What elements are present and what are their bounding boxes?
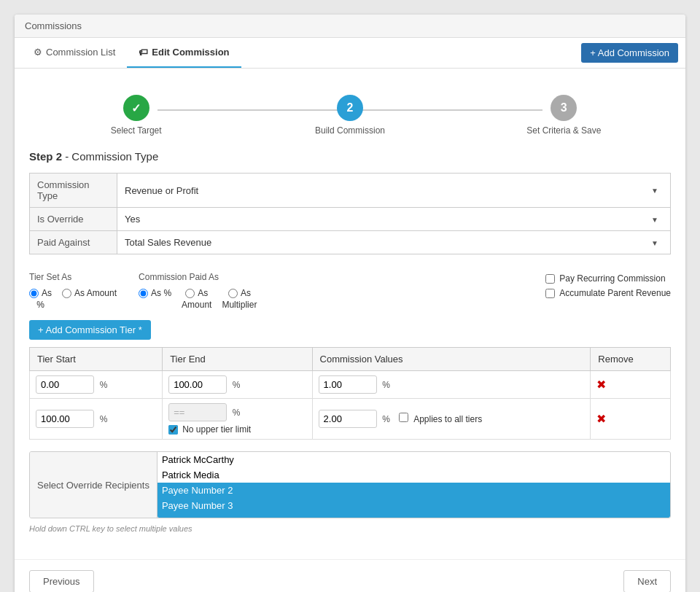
checkbox-pay-recurring: Pay Recurring Commission (545, 273, 671, 284)
no-upper-row: No upper tier limit (168, 424, 306, 435)
add-commission-button[interactable]: + Add Commission (581, 43, 678, 63)
tier-end-input-1[interactable] (168, 375, 227, 394)
option-payee-2: Payee Number 2 (158, 483, 670, 498)
gear-icon: ⚙ (34, 47, 42, 58)
step-3-display: 3 (561, 101, 567, 114)
tier-set-label: Tier Set As (29, 272, 117, 282)
accumulate-parent-checkbox[interactable] (545, 289, 555, 298)
tier-end-header: Tier End (163, 348, 312, 371)
bottom-nav: Previous Next (15, 559, 685, 592)
override-inner: Select Override Recipients Patrick McCar… (30, 452, 670, 518)
tier-start-header: Tier Start (30, 348, 163, 371)
commission-type-select[interactable]: Revenue or Profit (125, 185, 663, 196)
commission-paid-pct-row: As % (139, 288, 171, 298)
commission-values-header: Commission Values (312, 348, 591, 371)
tier-start-input-2[interactable] (36, 410, 94, 428)
paid-against-select-container: Total Sales Revenue (125, 237, 663, 248)
tier-end-unit-1: % (233, 380, 241, 390)
previous-button[interactable]: Previous (29, 570, 94, 592)
step-1-circle: ✓ (123, 95, 149, 121)
step-3: 3 Set Criteria & Save (457, 95, 671, 136)
is-override-select-wrapper: Yes No (125, 214, 663, 225)
tab-edit-commission-label: Edit Commission (152, 47, 229, 58)
commission-value-input-1[interactable] (319, 375, 377, 394)
form-table: Commission Type Revenue or Profit Is Ove… (29, 173, 671, 254)
step-2-label: Build Commission (315, 125, 385, 136)
tier-start-unit-2: % (100, 414, 108, 424)
step-1-display: ✓ (131, 101, 141, 115)
commission-value-input-2[interactable] (319, 410, 377, 428)
tier-table-body: % % % ✖ (30, 371, 671, 440)
commission-paid-amount-unit: Amount (182, 300, 211, 310)
commission-paid-multiplier-unit: Multiplier (222, 300, 257, 310)
tier-start-input-1[interactable] (36, 375, 94, 394)
pay-recurring-checkbox[interactable] (545, 274, 555, 284)
paid-against-select-wrapper: Total Sales Revenue (125, 237, 663, 248)
commission-paid-multiplier-label: As (241, 288, 251, 298)
step-3-circle: 3 (551, 95, 577, 121)
step-2-circle: 2 (337, 95, 363, 121)
section-title: Step 2 - Commission Type (29, 150, 671, 163)
tabs-bar: ⚙ Commission List 🏷 Edit Commission + Ad… (15, 38, 685, 69)
form-label-is-override: Is Override (30, 208, 117, 231)
options-row: Tier Set As As % As Amount (29, 265, 671, 320)
commission-type-select-container: Revenue or Profit (125, 185, 663, 196)
next-button[interactable]: Next (623, 570, 671, 592)
form-row-is-override: Is Override Yes No (30, 208, 671, 231)
section-title-prefix: Step 2 (29, 150, 62, 163)
remove-button-1[interactable]: ✖ (596, 378, 606, 391)
add-tier-button[interactable]: + Add Commission Tier * (29, 320, 151, 340)
step-1-label: Select Target (111, 125, 162, 136)
section-title-suffix: Commission Type (71, 150, 158, 163)
commission-value-unit-2: % (382, 414, 390, 424)
tier-set-radio-group: As % As Amount (29, 288, 117, 310)
tier-set-pct-row: As (29, 288, 52, 298)
commission-paid-pct-radio[interactable] (139, 289, 148, 298)
checkbox-accumulate-parent: Accumulate Parent Revenue (545, 288, 671, 298)
tier-set-amount-radio[interactable] (62, 289, 71, 298)
form-row-commission-type: Commission Type Revenue or Profit (30, 174, 671, 208)
step-1: ✓ Select Target (29, 95, 243, 136)
commission-paid-multiplier-radio[interactable] (228, 289, 238, 298)
tier-set-group: Tier Set As As % As Amount (29, 272, 117, 310)
tab-commission-list-label: Commission List (46, 47, 115, 58)
form-label-commission-type: Commission Type (30, 174, 117, 208)
override-select-cell: Patrick McCarthy Patrick Media Payee Num… (158, 452, 670, 518)
remove-button-2[interactable]: ✖ (596, 413, 606, 425)
accumulate-parent-label: Accumulate Parent Revenue (559, 288, 671, 298)
step-3-label: Set Criteria & Save (526, 125, 601, 136)
override-label: Select Override Recipients (30, 452, 158, 518)
commission-value-unit-1: % (382, 380, 390, 390)
table-row: % % No upper tier limit % (30, 399, 671, 440)
paid-against-select[interactable]: Total Sales Revenue (125, 237, 663, 248)
tier-start-cell-1: % (30, 371, 163, 399)
no-upper-checkbox[interactable] (168, 425, 178, 435)
no-upper-label: No upper tier limit (182, 424, 251, 435)
is-override-select[interactable]: Yes No (125, 214, 663, 225)
remove-cell-2: ✖ (591, 399, 671, 440)
override-section: Select Override Recipients Patrick McCar… (29, 451, 671, 518)
section-title-dash: - (65, 150, 71, 163)
tab-commission-list[interactable]: ⚙ Commission List (22, 38, 127, 68)
tier-table-head: Tier Start Tier End Commission Values Re… (30, 348, 671, 371)
tier-end-cell-1: % (163, 371, 312, 399)
tier-set-pct-item: As % (29, 288, 52, 310)
option-payee-4: Payee Number 4 (158, 513, 670, 518)
tier-set-amount-label: As Amount (74, 288, 117, 298)
commission-paid-radio-group: As % As Amount As (139, 288, 257, 310)
commission-value-cell-2: % Applies to all tiers (312, 399, 591, 440)
tab-edit-commission[interactable]: 🏷 Edit Commission (127, 38, 241, 68)
tier-set-pct-radio[interactable] (29, 289, 39, 298)
commission-paid-pct-label: As % (151, 288, 171, 298)
main-container: Commissions ⚙ Commission List 🏷 Edit Com… (15, 15, 685, 592)
override-recipients-select[interactable]: Patrick McCarthy Patrick Media Payee Num… (158, 452, 670, 518)
page-title: Commissions (15, 15, 685, 38)
tier-end-unit-2: % (233, 408, 241, 418)
tier-end-input-2 (168, 403, 227, 421)
tier-set-amount-row: As Amount (62, 288, 117, 298)
commission-paid-amount-radio[interactable] (185, 289, 195, 298)
tier-table: Tier Start Tier End Commission Values Re… (29, 347, 671, 440)
tag-icon: 🏷 (139, 47, 148, 58)
applies-all-checkbox[interactable] (399, 413, 408, 422)
tier-start-unit-1: % (100, 380, 108, 390)
